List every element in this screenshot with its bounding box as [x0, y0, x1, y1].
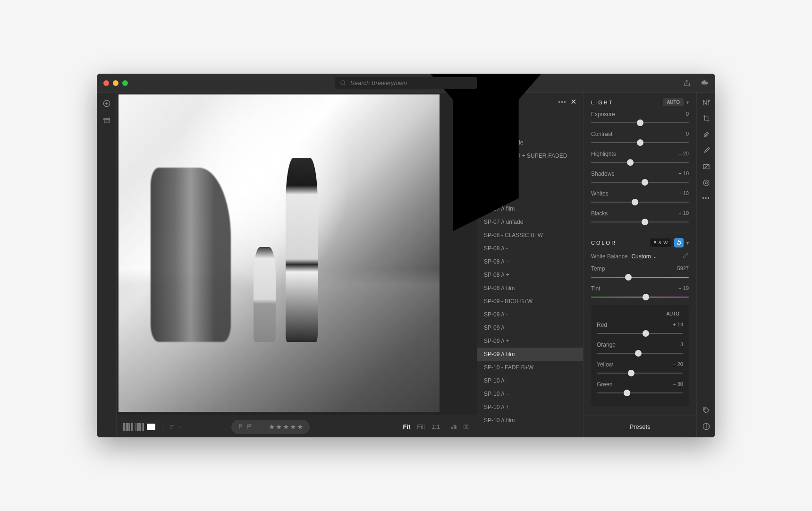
svg-rect-11	[452, 427, 453, 429]
chevron-down-icon[interactable]: ▾	[686, 100, 689, 105]
brush-icon[interactable]	[702, 146, 710, 155]
channel-label: Red	[597, 322, 607, 328]
shadows-slider[interactable]	[591, 178, 689, 187]
cloud-icon[interactable]	[701, 79, 709, 87]
app-window: ★★★★★ Fit Fill 1:1 PRESETS •••	[97, 74, 715, 437]
preset-item[interactable]: SP-10 // --	[477, 387, 583, 400]
channel-value: – 20	[673, 361, 683, 368]
svg-rect-13	[455, 425, 456, 429]
presets-footer-button[interactable]: Presets	[584, 416, 696, 437]
flag-reject-icon[interactable]	[246, 423, 253, 431]
blacks-slider[interactable]	[591, 218, 689, 226]
maximize-window-button[interactable]	[122, 80, 128, 86]
zoom-fill[interactable]: Fill	[417, 423, 425, 430]
zoom-fit[interactable]: Fit	[403, 423, 410, 430]
preset-item[interactable]: SP-09 // -	[477, 308, 583, 321]
svg-rect-14	[456, 426, 457, 429]
share-icon[interactable]	[683, 79, 691, 87]
minimize-window-button[interactable]	[113, 80, 118, 86]
highlights-slider[interactable]	[591, 158, 689, 167]
orange-slider[interactable]	[597, 349, 683, 358]
preset-item[interactable]: SP-10 // +	[477, 400, 583, 414]
more-tools-icon[interactable]: •••	[702, 195, 710, 202]
slider-value: 0	[686, 111, 689, 118]
svg-line-27	[703, 165, 709, 169]
sort-button[interactable]	[169, 424, 182, 430]
search-icon	[340, 80, 347, 86]
titlebar	[97, 74, 715, 93]
search-input[interactable]	[350, 79, 472, 86]
preset-item[interactable]: SP-08 // film	[477, 281, 583, 295]
preset-item[interactable]: SP-10 - FADE B+W	[477, 361, 583, 374]
svg-point-33	[706, 425, 706, 425]
preset-item[interactable]: SP-10 // film	[477, 414, 583, 427]
preset-item[interactable]: SP-10 // -	[477, 374, 583, 387]
rating-pill: ★★★★★	[231, 420, 310, 434]
tag-icon[interactable]	[702, 406, 710, 415]
slider-value: 0	[686, 131, 689, 137]
channel-label: Orange	[597, 341, 616, 348]
channel-label: Green	[597, 381, 612, 388]
add-icon[interactable]	[102, 99, 111, 108]
preset-item[interactable]: SP-09 // film	[477, 348, 583, 361]
canvas-area: ★★★★★ Fit Fill 1:1	[117, 93, 477, 437]
compare-icon[interactable]	[463, 424, 470, 430]
crop-icon[interactable]	[702, 114, 710, 123]
window-controls	[103, 80, 128, 86]
preset-item[interactable]: SP-09 - RICH B+W	[477, 295, 583, 308]
contrast-slider[interactable]	[591, 138, 689, 147]
svg-rect-16	[467, 425, 469, 428]
tint-slider[interactable]	[591, 293, 689, 301]
temp-slider[interactable]	[591, 273, 689, 281]
heal-icon[interactable]	[702, 130, 710, 139]
star-rating[interactable]: ★★★★★	[269, 423, 303, 431]
svg-line-1	[344, 84, 346, 85]
preset-item[interactable]: SP-09 // --	[477, 321, 583, 334]
red-slider[interactable]	[597, 329, 683, 338]
svg-point-28	[703, 180, 709, 186]
exposure-slider[interactable]	[591, 119, 689, 127]
close-window-button[interactable]	[103, 80, 109, 86]
svg-point-30	[704, 409, 705, 409]
photo-preview[interactable]	[118, 94, 440, 412]
flag-pick-icon[interactable]	[238, 423, 245, 431]
yellow-slider[interactable]	[597, 369, 683, 377]
eyedropper-icon[interactable]	[682, 252, 689, 261]
channel-value: + 14	[673, 322, 683, 328]
left-sidebar	[97, 93, 117, 437]
bottom-toolbar: ★★★★★ Fit Fill 1:1	[117, 416, 477, 437]
channel-value: – 30	[673, 381, 683, 388]
channel-value: – 3	[676, 341, 683, 348]
tint-label: Tint	[591, 285, 601, 292]
green-slider[interactable]	[597, 389, 683, 397]
zoom-oneone[interactable]: 1:1	[431, 423, 440, 430]
color-auto-button[interactable]: AUTO	[662, 310, 683, 318]
chevron-down-icon[interactable]: ▾	[686, 240, 689, 246]
right-toolbar: •••	[696, 93, 715, 437]
whites-slider[interactable]	[591, 198, 689, 206]
grid-large-icon[interactable]	[123, 423, 133, 431]
svg-point-29	[705, 182, 707, 184]
gradient-linear-icon[interactable]	[702, 162, 710, 171]
preset-item[interactable]: SP-09 // +	[477, 334, 583, 348]
sliders-icon[interactable]	[702, 98, 710, 107]
gradient-radial-icon[interactable]	[702, 179, 710, 187]
info-icon[interactable]	[702, 422, 710, 431]
grid-small-icon[interactable]	[135, 423, 144, 431]
search-box[interactable]	[335, 77, 477, 89]
channel-label: Yellow	[597, 361, 613, 368]
histogram-icon[interactable]	[450, 424, 458, 430]
svg-rect-15	[464, 425, 466, 428]
single-view-icon[interactable]	[147, 424, 155, 430]
svg-rect-12	[453, 426, 454, 429]
svg-point-0	[341, 80, 345, 84]
archive-icon[interactable]	[102, 116, 111, 125]
tint-value: + 19	[678, 285, 689, 292]
